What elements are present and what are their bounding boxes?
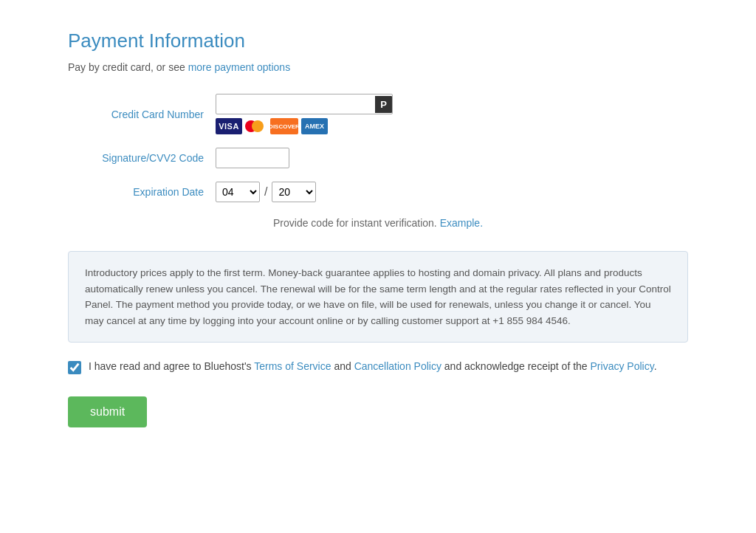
subtitle-text: Pay by credit card, or see (68, 61, 185, 73)
expiry-year-select[interactable]: 20 21 22 23 24 25 26 27 28 29 30 (272, 182, 316, 202)
agreement-period: . (654, 360, 657, 372)
agreement-text: I have read and agree to Bluehost's Term… (89, 360, 657, 372)
agreement-prefix: I have read and agree to Bluehost's (89, 360, 254, 372)
cancellation-link[interactable]: Cancellation Policy (354, 360, 441, 372)
privacy-link[interactable]: Privacy Policy (591, 360, 654, 372)
example-link[interactable]: Example. (440, 217, 483, 229)
info-box: Introductory prices apply to the first t… (68, 251, 688, 343)
agreement-and2: and acknowledge receipt of the (444, 360, 591, 372)
cvv-label: Signature/CVV2 Code (68, 152, 216, 164)
info-box-text: Introductory prices apply to the first t… (85, 267, 671, 326)
agreement-and1: and (334, 360, 354, 372)
cc-number-input[interactable] (216, 94, 375, 114)
verification-text: Provide code for instant verification. (273, 217, 437, 229)
cc-p-button[interactable]: P (375, 96, 392, 113)
payment-form: Credit Card Number P VISA DISCOVER AMEX (68, 94, 688, 202)
cvv-row: Signature/CVV2 Code (68, 148, 688, 168)
mc-right-circle (252, 120, 264, 132)
cc-number-field-wrap: P VISA DISCOVER AMEX (216, 94, 393, 134)
subtitle: Pay by credit card, or see more payment … (68, 61, 688, 73)
amex-icon: AMEX (301, 118, 328, 134)
cvv-field-wrap (216, 148, 289, 168)
visa-icon: VISA (216, 118, 242, 134)
page-container: Payment Information Pay by credit card, … (24, 0, 732, 457)
expiry-slash: / (264, 185, 267, 199)
agreement-checkbox[interactable] (68, 361, 81, 374)
cvv-input[interactable] (216, 148, 289, 168)
agreement-row: I have read and agree to Bluehost's Term… (68, 360, 688, 374)
tos-link[interactable]: Terms of Service (254, 360, 331, 372)
expiry-wrap: 01 02 03 04 05 06 07 08 09 10 11 12 / 20… (216, 182, 316, 202)
cc-number-row: Credit Card Number P VISA DISCOVER AMEX (68, 94, 688, 134)
expiry-row: Expiration Date 01 02 03 04 05 06 07 08 … (68, 182, 688, 202)
more-options-link[interactable]: more payment options (188, 61, 291, 73)
discover-icon: DISCOVER (270, 118, 298, 134)
cc-number-label: Credit Card Number (68, 109, 216, 120)
expiry-label: Expiration Date (68, 186, 216, 198)
verification-note: Provide code for instant verification. E… (68, 217, 688, 229)
page-title: Payment Information (68, 30, 688, 52)
cc-input-container: P (216, 94, 393, 114)
expiry-month-select[interactable]: 01 02 03 04 05 06 07 08 09 10 11 12 (216, 182, 260, 202)
card-icons-row: VISA DISCOVER AMEX (216, 118, 393, 134)
submit-button[interactable]: submit (68, 396, 147, 427)
mastercard-icon (245, 118, 267, 134)
